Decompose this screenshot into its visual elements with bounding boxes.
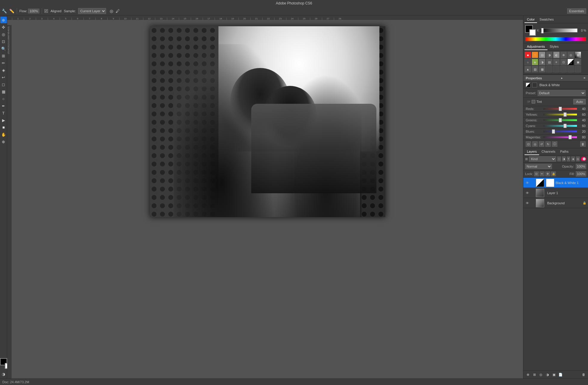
layer-item-1[interactable]: 👁 Layer 1 xyxy=(523,188,588,198)
k-slider-thumb[interactable] xyxy=(541,28,544,33)
yellows-track[interactable] xyxy=(543,114,577,115)
spot-heal-tool[interactable]: ⊞ xyxy=(0,52,7,59)
reds-track[interactable] xyxy=(543,108,577,110)
new-adjustment-icon[interactable]: ◑ xyxy=(545,372,550,377)
lasso-tool[interactable]: ◎ xyxy=(0,31,7,38)
history-brush-tool[interactable]: ↩ xyxy=(0,74,7,81)
filter-toggle[interactable] xyxy=(581,157,586,161)
adj-photo-icon[interactable]: ◎ xyxy=(567,52,574,58)
flow-value[interactable]: 100% xyxy=(28,9,39,13)
blues-track[interactable] xyxy=(543,131,577,132)
filter-kind-select[interactable]: Kind Name Effect Mode Attribute Color Sm… xyxy=(529,156,556,162)
eyedropper-tool[interactable]: 🔍 xyxy=(0,45,7,52)
greens-thumb[interactable] xyxy=(559,118,562,122)
layer-eye-bg[interactable]: 👁 xyxy=(525,201,529,205)
adj-selective-icon[interactable]: ▤ xyxy=(546,59,553,65)
cyans-track[interactable] xyxy=(543,125,577,127)
blues-thumb[interactable] xyxy=(552,129,555,134)
text-tool[interactable]: T xyxy=(0,110,7,116)
brush-tool[interactable]: ✏ xyxy=(0,60,7,66)
filter-shape-icon[interactable]: ◈ xyxy=(571,157,575,161)
add-link-icon[interactable]: ⊕ xyxy=(525,372,530,377)
layer-item-bg[interactable]: 👁 Background 🔒 xyxy=(523,198,588,208)
greens-track[interactable] xyxy=(543,119,577,121)
gradient-tool[interactable]: ▦ xyxy=(0,88,7,95)
fill-input[interactable] xyxy=(576,171,586,177)
sample-select[interactable]: Current Layer All Layers xyxy=(78,8,106,14)
preset-select[interactable]: Default Custom xyxy=(538,90,586,96)
adj-bw-icon[interactable]: ◐ xyxy=(553,52,560,58)
add-mask-icon[interactable]: ◎ xyxy=(538,372,544,377)
blend-mode-select[interactable]: Normal Dissolve Multiply Screen Overlay xyxy=(525,164,552,169)
aligned-checkbox[interactable] xyxy=(44,9,48,13)
auto-button[interactable]: Auto xyxy=(573,99,586,104)
tab-color[interactable]: Color xyxy=(525,16,537,23)
reds-thumb[interactable] xyxy=(559,107,562,111)
prop-eye-icon[interactable]: ◎ xyxy=(532,141,538,147)
adj-brightness-icon[interactable]: ■ xyxy=(525,52,531,58)
adj-channelmix-icon[interactable]: ≡ xyxy=(553,59,560,65)
adj-hsl-icon[interactable]: ◑ xyxy=(546,52,553,58)
path-select-tool[interactable]: ▶ xyxy=(0,117,7,123)
prop-undo-icon[interactable]: ↺ xyxy=(539,141,544,147)
tab-swatches[interactable]: Swatches xyxy=(537,16,556,23)
prop-redo-icon[interactable]: ↻ xyxy=(545,141,551,147)
clone-stamp-tool[interactable]: ◈ xyxy=(0,67,7,73)
new-layer-icon[interactable]: 📄 xyxy=(558,372,563,377)
canvas-container[interactable] xyxy=(12,20,523,378)
k-gradient-bar[interactable] xyxy=(540,28,578,33)
adj-colorlookup-icon[interactable]: ⊡ xyxy=(560,59,567,65)
tab-styles[interactable]: Styles xyxy=(547,44,561,50)
lock-all-icon[interactable]: 🔒 xyxy=(551,171,556,176)
yellows-thumb[interactable] xyxy=(564,112,567,117)
delete-layer-icon[interactable]: 🗑 xyxy=(581,372,586,377)
dodge-tool[interactable]: ○ xyxy=(0,95,7,102)
layer-eye-1[interactable]: 👁 xyxy=(525,191,529,195)
tab-adjustments[interactable]: Adjustments xyxy=(525,44,547,50)
zoom-tool[interactable]: ⊕ xyxy=(0,138,7,145)
shape-tool[interactable]: ◽ xyxy=(0,124,7,131)
new-group-icon[interactable]: ▣ xyxy=(551,372,557,377)
adj-hue-icon[interactable]: ◑ xyxy=(539,59,545,65)
adj-levels-icon[interactable]: ▤ xyxy=(539,52,545,58)
layer-eye-bw1[interactable]: 👁 xyxy=(525,181,529,185)
quick-mask-tool[interactable]: ◑ xyxy=(0,371,7,377)
tint-checkbox[interactable] xyxy=(532,100,535,103)
adj-pattern-icon[interactable]: ▦ xyxy=(539,66,545,72)
lock-image-icon[interactable]: ✏ xyxy=(540,171,544,176)
crop-tool[interactable]: ⊡ xyxy=(0,38,7,45)
adj-gradient-icon[interactable]: ▦ xyxy=(575,52,581,58)
eraser-tool[interactable]: ◻ xyxy=(0,81,7,88)
properties-expand-icon[interactable]: ▸ xyxy=(561,76,563,80)
move-tool[interactable]: ✜ xyxy=(0,24,7,30)
pen-tool[interactable]: ✒ xyxy=(0,103,7,109)
tab-channels[interactable]: Channels xyxy=(539,149,558,155)
layer-item-bw1[interactable]: 👁 Black & White 1 xyxy=(523,178,588,188)
prop-clip-icon[interactable]: ⊡ xyxy=(526,141,531,147)
fg-bg-swatches[interactable] xyxy=(525,25,536,36)
opacity-input[interactable] xyxy=(576,164,586,169)
adj-invert-icon[interactable]: ◻ xyxy=(567,59,574,65)
background-swatch[interactable] xyxy=(529,29,536,36)
adj-threshold-icon[interactable]: ▲ xyxy=(525,66,531,72)
properties-close-icon[interactable]: ✕ xyxy=(583,76,586,80)
lock-position-icon[interactable]: ✜ xyxy=(545,171,550,176)
filter-smart-icon[interactable]: ◎ xyxy=(576,157,580,161)
adj-posterize-icon[interactable]: ▣ xyxy=(575,59,581,65)
adj-gradient2-icon[interactable]: ▨ xyxy=(532,66,538,72)
adj-curves-icon[interactable]: ~ xyxy=(532,52,538,58)
prop-info-icon[interactable]: ⓘ xyxy=(552,141,557,147)
cyans-thumb[interactable] xyxy=(564,124,567,128)
adj-exposure-icon[interactable]: ☼ xyxy=(525,59,531,65)
tab-layers[interactable]: Layers xyxy=(525,149,539,155)
filter-adjust-icon[interactable]: ◑ xyxy=(562,157,566,161)
hand-tool[interactable]: ✋ xyxy=(0,131,7,138)
adj-colorbalance-icon[interactable]: ⊕ xyxy=(560,52,567,58)
hand-tool-icon[interactable]: ☞ xyxy=(526,99,532,105)
adj-vibrance-icon[interactable]: ◈ xyxy=(532,59,538,65)
spectrum-bar[interactable] xyxy=(525,37,586,41)
add-style-icon[interactable]: ⊞ xyxy=(532,372,537,377)
lock-transparent-icon[interactable]: ⊡ xyxy=(534,171,539,176)
heal-brush-tool[interactable]: ⊕ xyxy=(0,17,7,23)
magentas-track[interactable] xyxy=(543,136,577,138)
